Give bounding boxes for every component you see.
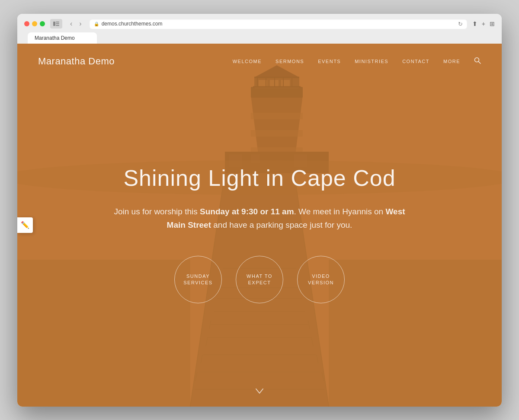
nav-item-ministries[interactable]: MINISTRIES bbox=[355, 59, 388, 64]
nav-item-welcome[interactable]: WELCOME bbox=[233, 59, 262, 64]
sunday-services-label: SUNDAYSERVICES bbox=[183, 273, 212, 286]
lock-icon: 🔒 bbox=[94, 22, 99, 26]
browser-window: ‹ › 🔒 demos.churchthemes.com ↻ ⬆ + ⊞ Mar… bbox=[17, 14, 502, 407]
maximize-button[interactable] bbox=[40, 21, 45, 26]
address-bar[interactable]: 🔒 demos.churchthemes.com ↻ bbox=[90, 19, 467, 29]
back-button[interactable]: ‹ bbox=[67, 19, 75, 29]
hero-content: Shining Light in Cape Cod Join us for wo… bbox=[17, 79, 502, 407]
video-version-label: VIDEOVERSION bbox=[308, 273, 334, 286]
site-navigation: Maranatha Demo WELCOME SERMONS EVENTS MI… bbox=[17, 44, 502, 79]
search-icon[interactable] bbox=[474, 57, 481, 66]
nav-item-events[interactable]: EVENTS bbox=[318, 59, 341, 64]
svg-rect-2 bbox=[56, 23, 59, 24]
nav-item-sermons[interactable]: SERMONS bbox=[276, 59, 304, 64]
browser-nav-controls: ‹ › bbox=[67, 19, 84, 29]
edit-sidebar-icon[interactable]: ✏️ bbox=[17, 217, 33, 233]
hero-subtitle: Join us for worship this Sunday at 9:30 … bbox=[112, 205, 407, 232]
scroll-down-indicator[interactable] bbox=[255, 387, 264, 396]
minimize-button[interactable] bbox=[32, 21, 37, 26]
svg-rect-1 bbox=[56, 22, 59, 22]
browser-chrome: ‹ › 🔒 demos.churchthemes.com ↻ ⬆ + ⊞ Mar… bbox=[17, 14, 502, 44]
hero-subtitle-plain1: Join us for worship this bbox=[114, 207, 200, 216]
nav-item-more[interactable]: MORE bbox=[443, 59, 460, 64]
nav-menu: WELCOME SERMONS EVENTS MINISTRIES CONTAC… bbox=[233, 57, 481, 66]
hero-subtitle-plain2: . We meet in Hyannis on bbox=[294, 207, 386, 216]
hero-subtitle-bold1: Sunday at 9:30 or 11 am bbox=[200, 207, 294, 216]
share-icon[interactable]: ⬆ bbox=[472, 20, 477, 27]
nav-item-contact[interactable]: CONTACT bbox=[402, 59, 429, 64]
grid-icon[interactable]: ⊞ bbox=[490, 20, 495, 27]
url-text: demos.churchthemes.com bbox=[102, 21, 163, 27]
what-to-expect-button[interactable]: WHAT TOEXPECT bbox=[236, 256, 283, 303]
what-to-expect-label: WHAT TOEXPECT bbox=[247, 273, 272, 286]
active-tab[interactable]: Maranatha Demo bbox=[28, 32, 97, 44]
sunday-services-button[interactable]: SUNDAYSERVICES bbox=[174, 256, 222, 303]
circle-buttons-group: SUNDAYSERVICES WHAT TOEXPECT VIDEOVERSIO… bbox=[174, 256, 345, 303]
video-version-button[interactable]: VIDEOVERSION bbox=[297, 256, 345, 303]
close-button[interactable] bbox=[24, 21, 29, 26]
reload-icon[interactable]: ↻ bbox=[458, 21, 463, 27]
website-content: ✏️ Maranatha Demo WELCOME SERMONS EVENTS… bbox=[17, 44, 502, 407]
browser-right-controls: ⬆ + ⊞ bbox=[472, 20, 495, 27]
svg-rect-0 bbox=[53, 22, 55, 26]
sidebar-toggle-button[interactable] bbox=[50, 19, 62, 29]
forward-button[interactable]: › bbox=[77, 19, 84, 29]
traffic-lights bbox=[24, 21, 45, 26]
browser-tab-bar: Maranatha Demo bbox=[24, 32, 495, 44]
svg-line-52 bbox=[479, 61, 481, 64]
hero-title: Shining Light in Cape Cod bbox=[123, 165, 395, 191]
site-logo[interactable]: Maranatha Demo bbox=[38, 56, 115, 67]
hero-subtitle-plain3: and have a parking space just for you. bbox=[211, 220, 352, 229]
svg-rect-3 bbox=[56, 25, 59, 26]
pencil-icon: ✏️ bbox=[21, 221, 29, 229]
new-tab-icon[interactable]: + bbox=[482, 20, 485, 27]
